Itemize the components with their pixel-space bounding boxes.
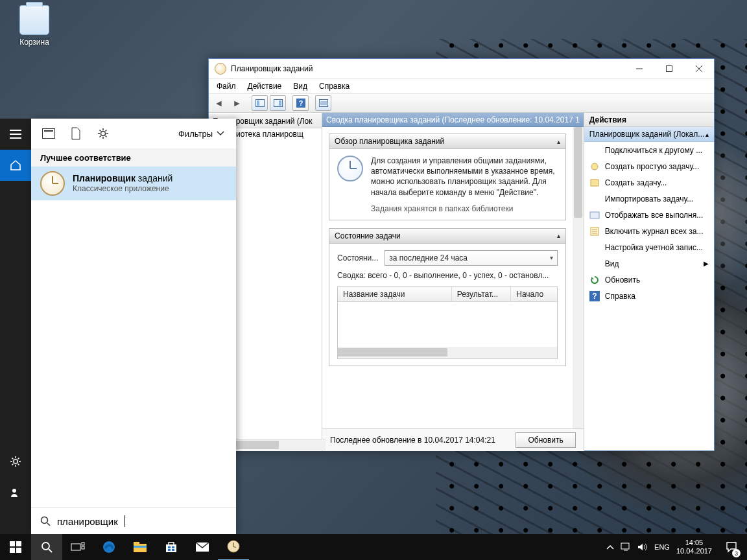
task-view[interactable] [62,534,93,560]
action-view[interactable]: Вид ▶ [584,255,714,272]
tray-chevron-up-icon[interactable] [606,544,614,550]
status-label: Состояни... [337,253,378,262]
col-start[interactable]: Начало [511,287,557,301]
overview-header[interactable]: Обзор планировщика заданий▴ [329,134,565,149]
settings-tab-icon[interactable] [92,122,114,145]
best-match-header: Лучшее соответствие [31,148,236,167]
view-icon [589,259,600,269]
svg-rect-9 [591,180,599,186]
documents-tab-icon[interactable] [65,122,87,145]
search-input[interactable]: планировщик [31,508,236,534]
filters-button[interactable]: Фильтры [178,129,230,139]
action-show-running[interactable]: Отображать все выполня... [584,207,714,223]
menu-help[interactable]: Справка [315,80,353,92]
svg-rect-16 [43,129,55,139]
svg-rect-27 [82,546,84,549]
app-icon [215,63,226,75]
center-header: Сводка планировщика заданий (Последнее о… [322,113,584,127]
svg-rect-22 [10,548,15,553]
close-button[interactable] [684,59,714,78]
desktop: Корзина Планировщик заданий Файл Действи… [0,0,747,560]
action-account-config[interactable]: Настройка учетной запис... [584,239,714,255]
svg-rect-23 [16,548,21,553]
result-title: Планировщик заданий [73,173,172,185]
svg-rect-21 [16,541,21,546]
rail-user[interactable] [0,477,31,508]
action-help[interactable]: ? Справка [584,288,714,304]
rail-settings[interactable] [0,446,31,477]
svg-rect-39 [621,543,629,549]
properties-button[interactable] [315,95,331,111]
search-icon [40,516,51,526]
col-name[interactable]: Название задачи [338,287,452,301]
taskbar-explorer[interactable] [124,534,156,560]
col-result[interactable]: Результат... [452,287,511,301]
history-icon [589,226,600,237]
svg-rect-35 [168,549,171,551]
recycle-bin[interactable]: Корзина [12,5,57,47]
rail-menu[interactable] [0,119,31,150]
taskbar-mail[interactable] [187,534,218,560]
action-center[interactable]: 3 [718,534,744,560]
svg-rect-34 [172,546,174,548]
taskbar-scheduler[interactable] [218,533,249,560]
svg-rect-4 [279,100,281,106]
maximize-button[interactable] [654,59,684,78]
show-hide-action-button[interactable] [270,95,286,111]
rail-home[interactable] [0,150,31,181]
action-enable-history[interactable]: Включить журнал всех за... [584,223,714,239]
actions-context[interactable]: Планировщик заданий (Локал...▴ [584,127,714,142]
action-refresh[interactable]: Обновить [584,272,714,288]
svg-point-18 [101,132,106,136]
action-import[interactable]: Импортировать задачу... [584,191,714,207]
minimize-button[interactable] [624,59,654,78]
actions-pane: Действия Планировщик заданий (Локал...▴ … [584,113,714,451]
chevron-down-icon [217,131,224,136]
vscrollbar[interactable] [573,127,584,428]
tray-language[interactable]: ENG [654,543,670,551]
status-summary: Сводка: всего - 0, 0 - выполнение, 0 - у… [337,271,558,280]
action-create-task[interactable]: Создать задачу... [584,174,714,191]
svg-point-14 [14,460,18,463]
refresh-button[interactable]: Обновить [516,432,575,448]
svg-rect-29 [134,544,147,552]
taskbar-store[interactable] [156,534,187,560]
svg-rect-33 [168,546,171,548]
menu-file[interactable]: Файл [213,80,240,92]
action-connect[interactable]: Подключиться к другому ... [584,142,714,158]
menu-action[interactable]: Действие [244,80,286,92]
back-button[interactable]: ◄ [211,95,227,111]
start-button[interactable] [0,534,31,560]
apps-tab-icon[interactable] [38,122,60,145]
search-query: планировщик [57,516,118,527]
svg-rect-36 [172,549,174,551]
svg-rect-17 [44,130,53,132]
menu-view[interactable]: Вид [289,80,311,92]
status-select[interactable]: за последние 24 часа▾ [385,250,558,266]
connect-icon [589,145,600,156]
wizard-icon [589,161,600,172]
tray-network-icon[interactable] [621,542,631,552]
forward-button[interactable]: ► [229,95,245,111]
svg-rect-2 [257,100,259,106]
show-hide-tree-button[interactable] [252,95,268,111]
running-icon [589,210,600,220]
action-create-basic[interactable]: Создать простую задачу... [584,158,714,174]
svg-point-19 [42,517,48,524]
center-footer: Последнее обновление в 10.04.2017 14:04:… [322,428,584,451]
help-icon: ? [589,291,600,301]
recycle-bin-label: Корзина [12,38,57,47]
task-table: Название задачи Результат... Начало [337,286,558,359]
status-header[interactable]: Состояние задачи▴ [329,229,565,244]
taskbar-edge[interactable] [93,534,124,560]
help-button[interactable]: ? [292,95,309,111]
tray-clock[interactable]: 14:0510.04.2017 [676,539,712,555]
search-result[interactable]: Планировщик заданий Классическое приложе… [31,167,236,200]
svg-point-8 [591,163,598,170]
titlebar[interactable]: Планировщик заданий [209,59,714,79]
taskbar-search[interactable] [31,534,62,560]
overview-group: Обзор планировщика заданий▴ Для создания… [329,134,566,220]
tray-volume-icon[interactable] [637,542,648,552]
table-hscrollbar[interactable] [338,347,557,358]
scheduler-icon [40,171,65,196]
